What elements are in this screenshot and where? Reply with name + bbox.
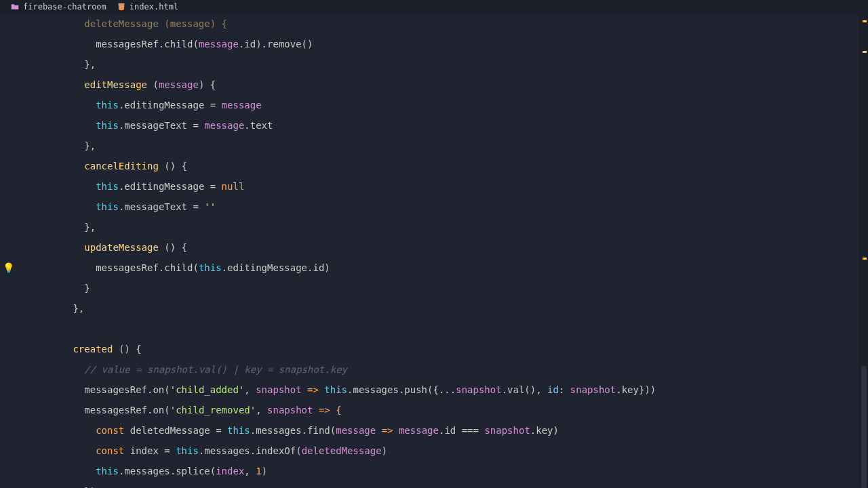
code-token: created (73, 344, 113, 354)
code-token: messagesRef.on( (84, 405, 170, 415)
warning-marker (863, 51, 867, 53)
code-token: 'child_added' (170, 384, 245, 395)
code-token: message (199, 39, 239, 49)
code-token: } (84, 283, 90, 293)
code-token: => { (313, 405, 341, 415)
code-token: message (336, 425, 376, 436)
code-token: 1 (256, 466, 261, 476)
code-token: cancelEditing (84, 161, 159, 171)
folder-icon (11, 3, 19, 11)
code-token: .messages.push({... (347, 384, 456, 395)
warning-marker (863, 258, 867, 260)
code-token: deletedMessage (130, 425, 210, 436)
html-file-icon (117, 3, 125, 11)
code-token: }, (73, 303, 84, 314)
code-token: () { (113, 344, 141, 354)
code-token: .id === (439, 425, 484, 436)
code-token: : (559, 384, 570, 395)
code-token: .val(), (502, 384, 547, 395)
breadcrumb-file[interactable]: index.html (112, 2, 184, 12)
code-token: => (376, 425, 399, 436)
code-token: 'child_removed' (170, 405, 256, 415)
code-token: .messages.indexOf( (199, 445, 302, 456)
tab-bar: firebase-chatroom index.html (0, 0, 868, 14)
code-token: , (244, 384, 256, 395)
code-token: .id).remove() (239, 39, 313, 49)
code-token: }, (84, 140, 96, 151)
code-token: index (216, 466, 244, 476)
code-token: snapshot (456, 384, 501, 395)
code-token: id (547, 384, 559, 395)
warning-marker (863, 20, 867, 22)
code-token: .messageText = (119, 120, 204, 131)
code-token: .editingMessage = (119, 100, 222, 110)
code-token: .key) (530, 425, 559, 436)
code-token: this (96, 466, 119, 476)
code-token: .messageText = (119, 201, 204, 212)
code-token: '' (204, 201, 216, 212)
code-token: message (204, 120, 244, 131)
project-name: firebase-chatroom (23, 2, 106, 12)
code-token: null (222, 181, 245, 192)
code-token: .key})) (616, 384, 656, 395)
file-name: index.html (130, 2, 178, 12)
code-token: .text (244, 120, 273, 131)
code-token: snapshot (267, 405, 313, 415)
code-token: = (159, 445, 176, 456)
code-token: ( (147, 79, 159, 90)
code-token: index (130, 445, 159, 456)
code-token: ) { (199, 79, 216, 90)
code-token: .messages.find( (250, 425, 336, 436)
minimap-scrollbar[interactable] (859, 14, 868, 488)
code-token: snapshot (256, 384, 301, 395)
code-token: ) (262, 466, 267, 476)
lightbulb-icon[interactable]: 💡 (3, 258, 14, 278)
breadcrumb-project[interactable]: firebase-chatroom (5, 2, 112, 12)
code-token: this (96, 120, 119, 131)
code-token: deletedMessage (302, 445, 382, 456)
code-token: }, (84, 222, 96, 232)
code-comment: // value = snapshot.val() | key = snapsh… (84, 364, 347, 375)
code-token: message (222, 100, 262, 110)
code-editor[interactable]: deleteMessage (message) { messagesRef.ch… (0, 14, 868, 488)
code-token: this (227, 425, 250, 436)
code-token: this (96, 100, 119, 110)
code-token: () { (159, 242, 187, 253)
code-token: this (96, 181, 119, 192)
code-token: , (256, 405, 267, 415)
scroll-thumb[interactable] (861, 366, 867, 488)
code-token: .editingMessage = (119, 181, 222, 192)
code-token: editMessage (84, 79, 147, 90)
code-token: () { (159, 161, 187, 171)
code-token: deleteMessage (message) { (84, 18, 227, 29)
code-token: updateMessage (84, 242, 159, 253)
code-token: messagesRef.child( (96, 39, 199, 49)
code-token: => (302, 384, 325, 395)
code-token: = (210, 425, 227, 436)
code-token: snapshot (570, 384, 616, 395)
code-token: message (159, 79, 199, 90)
code-token: this (96, 201, 119, 212)
code-token: }, (84, 59, 96, 70)
code-token: this (199, 262, 222, 273)
code-token: const (96, 425, 130, 436)
code-token: this (176, 445, 199, 456)
code-token: messagesRef.on( (84, 384, 170, 395)
code-token: .editingMessage.id) (222, 262, 330, 273)
code-token: ) (382, 445, 387, 456)
code-token: .messages.splice( (119, 466, 216, 476)
code-token: , (244, 466, 256, 476)
code-token: messagesRef.child( (96, 262, 199, 273)
code-token: this (324, 384, 347, 395)
code-token: message (399, 425, 439, 436)
code-token: snapshot (484, 425, 530, 436)
code-token: const (96, 445, 130, 456)
